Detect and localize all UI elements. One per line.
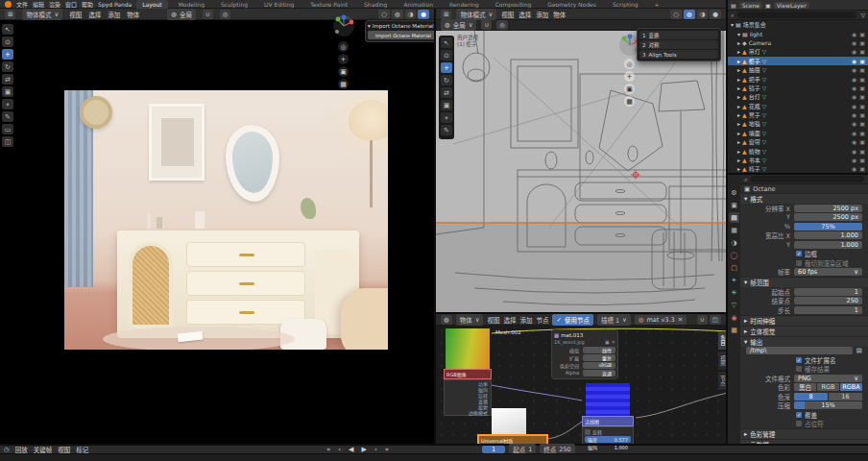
depth-8-button[interactable]: 8 [794,393,828,400]
menu-help[interactable]: 帮助 [82,0,93,9]
slot-dropdown[interactable]: 插槽 1 ∨ [597,314,631,326]
editor-type-icon[interactable]: ⊞ [441,10,451,19]
unlink-icon[interactable]: ✕ [678,316,683,324]
render-visibility-icon[interactable]: ▣ [859,48,865,55]
tool-add-cube-button[interactable]: ▭ [2,124,13,134]
tab-rendering[interactable]: Rendering [444,0,485,9]
jump-start-button[interactable]: « [326,446,330,453]
hide-icon[interactable]: ◉ [852,93,856,100]
outliner-item[interactable]: ▸ ▲ 书本 ▽ ◉▣ [728,156,868,164]
tool-cursor-button[interactable]: ⊙ [2,36,13,47]
disclosure-icon[interactable]: ▸ [737,165,740,172]
properties-search-input[interactable] [751,176,864,182]
resolution-x-field[interactable]: 2500 px [794,205,862,212]
disclosure-icon[interactable]: ▸ [737,157,740,163]
filter-icon[interactable]: ▽ [860,12,865,18]
menu-select[interactable]: 选择 [503,315,516,325]
play-reverse-button[interactable]: ◀ [349,446,353,453]
outliner-search-input[interactable] [737,12,856,18]
color-rgba-button[interactable]: RGBA [840,383,862,391]
ortho-toggle-icon[interactable]: ▦ [338,79,349,89]
zoom-icon[interactable]: ◎ [624,59,635,69]
field-value[interactable]: 重复 [583,354,615,361]
use-nodes-toggle[interactable]: ✓ 使用节点 [552,314,592,326]
outliner-item[interactable]: ▸ ▲ 地毯 ▽ ◉▣ [728,119,868,128]
menu-view[interactable]: 视图 [501,10,514,19]
tool-scale-button[interactable]: ⇄ [2,74,13,85]
menu-addon[interactable]: Spyd Panda [98,1,132,8]
navigation-gizmo[interactable] [332,14,355,37]
render-visibility-icon[interactable]: ▣ [859,39,865,46]
ortho-toggle-icon[interactable]: ▦ [624,96,635,107]
tab-modeling[interactable]: Modeling [173,0,210,9]
panel-format-header[interactable]: ▾ 格式 [740,193,868,204]
camera-view-icon[interactable]: ▣ [624,84,635,94]
tool-move-button[interactable]: + [441,62,452,73]
outliner-item[interactable]: ▸ ▲ 镜子 ▽ ◉▣ [728,84,868,92]
snap-magnet-icon[interactable]: ∪ [481,20,492,30]
shader-mode-dropdown[interactable]: 物体 ∨ [456,314,484,326]
tab-sculpting[interactable]: Sculpting [215,0,253,9]
viewlayer-selector[interactable]: ViewLayer [774,2,809,9]
menu-add[interactable]: 添加 [108,10,120,19]
import-octane-button[interactable]: Import Octane Material [368,31,439,39]
resolution-y-field[interactable]: 2500 px [794,213,862,221]
pan-icon[interactable]: + [624,71,635,82]
play-button[interactable]: ▶ [362,446,367,453]
expand-icon[interactable]: ▾ [368,23,371,29]
resolution-pct-slider[interactable]: 75% [794,223,862,230]
jump-end-button[interactable]: » [385,446,389,453]
overlay-icon[interactable]: ◫ [710,315,721,325]
hide-icon[interactable]: ◉ [852,120,856,127]
editor-type-icon[interactable]: ⊞ [5,10,15,19]
invert-checkbox[interactable] [585,429,591,435]
render-visibility-icon[interactable]: ▣ [859,85,865,91]
tab-data-icon[interactable]: ▽ [729,300,739,310]
hide-icon[interactable]: ◉ [852,76,856,83]
snap-icon[interactable]: ∪ [697,315,708,325]
menu-select[interactable]: 选择 [518,10,531,19]
depth-16-button[interactable]: 16 [829,393,862,400]
mode-dropdown[interactable]: 物体模式 ∨ [22,9,62,20]
shading-material-icon[interactable]: ◑ [405,10,417,19]
tab-scripting[interactable]: Scripting [607,0,644,9]
outliner-item-root[interactable]: ▾ ▤ 场景集合 [728,20,868,29]
normal-map-node[interactable]: 法线图 反转 强度0.577 伽玛1.000 [582,383,634,452]
material-datablock[interactable]: ◍ mat v3.3 ✕ [635,315,687,325]
wireframe-viewport[interactable]: ⊞ 物体模式 ∨ 视图 选择 添加 物体 ○ ◍ ◑ ● ◍ 全局 ∨ ∪ ◎ [434,9,726,312]
disclosure-icon[interactable]: ▸ [737,103,740,109]
panel-stereoscopy-header[interactable]: ▸ 立体视觉 [740,326,868,336]
extension-checkbox[interactable]: ✓ [796,357,802,363]
overwrite-checkbox[interactable]: ✓ [796,412,802,418]
panel-color-management-header[interactable]: ▸ 色彩管理 [740,428,868,439]
tab-object-icon[interactable]: ▢ [729,262,739,273]
hide-icon[interactable]: ◉ [852,39,856,46]
outliner-item[interactable]: ▾ ▤ light ◉▣ [728,29,868,37]
output-path-field[interactable]: /tmp\ [746,347,853,354]
outliner-item[interactable]: ▸ ▲ 把手 ▽ ◉▣ [728,74,868,83]
panel-output-header[interactable]: ▾ 输出 [740,336,868,347]
frame-end-field[interactable]: 250 [794,297,862,304]
disclosure-icon[interactable]: ▸ [737,66,740,73]
color-bw-button[interactable]: 黑白 [794,383,816,391]
menu-add[interactable]: 添加 [536,10,548,19]
panel-time-stretch-header[interactable]: ▸ 时间伸缩 [740,315,868,326]
render-visibility-icon[interactable]: ▣ [859,93,865,100]
shading-solid-icon[interactable]: ◍ [392,10,403,19]
menu-file[interactable]: 文件 [16,0,28,9]
disclosure-icon[interactable]: ▸ [737,58,740,64]
folder-icon[interactable]: ▤ [856,347,862,354]
aspect-x-field[interactable]: 1.000 [794,231,862,239]
outliner-item[interactable]: ▸ ▲ 凳子 ▽ ◉▣ [728,110,868,119]
field-value[interactable]: sRGB [583,362,615,369]
render-visibility-icon[interactable]: ▣ [859,66,865,73]
scene-selector[interactable]: Scene [739,2,762,9]
pack-icon[interactable]: ▣ [605,339,610,345]
tab-output-icon[interactable]: ▤ [729,212,739,223]
render-visibility-icon[interactable]: ▣ [859,76,865,83]
tool-measure-button[interactable]: ✎ [441,125,452,135]
outliner-item[interactable]: ▸ ▲ 花瓶 ▽ ◉▣ [728,102,868,110]
tool-measure-button[interactable]: ✎ [2,111,13,122]
snap-magnet-icon[interactable]: ∪ [203,10,213,19]
render-visibility-icon[interactable]: ▣ [859,148,865,155]
